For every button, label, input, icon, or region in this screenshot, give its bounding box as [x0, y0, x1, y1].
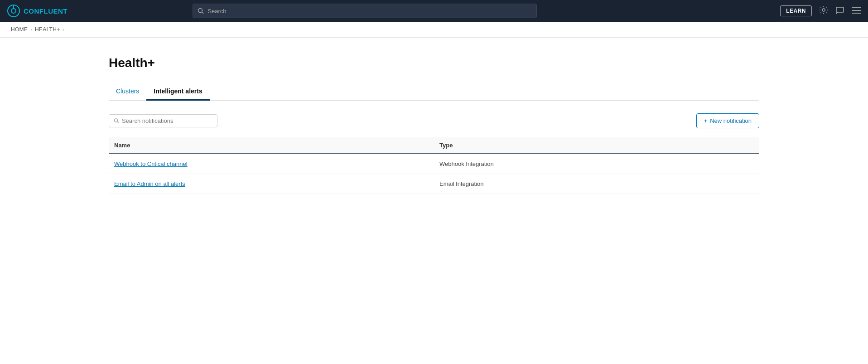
new-notification-label: New notification [710, 117, 752, 124]
breadcrumb-health-plus[interactable]: HEALTH+ [35, 26, 60, 33]
notification-link[interactable]: Webhook to Critical channel [114, 160, 188, 167]
search-placeholder-text: Search [207, 8, 226, 15]
table-row: Email to Admin on all alertsEmail Integr… [109, 174, 759, 194]
search-notifications-container[interactable] [109, 114, 217, 127]
toolbar: + New notification [109, 113, 759, 128]
learn-button[interactable]: LEARN [780, 5, 812, 16]
tabs-container: Clusters Intelligent alerts [109, 83, 759, 101]
top-nav: CONFLUENT Search LEARN [0, 0, 868, 22]
breadcrumb: HOME › HEALTH+ › [0, 22, 868, 38]
logo-text: CONFLUENT [24, 7, 68, 15]
search-notifications-input[interactable] [122, 117, 212, 124]
main-content: Health+ Clusters Intelligent alerts + Ne… [0, 38, 868, 212]
table-header-row: Name Type [109, 137, 759, 154]
svg-point-3 [198, 9, 203, 13]
breadcrumb-sep-1: › [30, 27, 32, 32]
new-notification-button[interactable]: + New notification [696, 113, 759, 128]
breadcrumb-home[interactable]: HOME [11, 26, 28, 33]
global-search-bar[interactable]: Search [193, 4, 537, 18]
cell-name: Email to Admin on all alerts [109, 174, 434, 194]
column-header-name: Name [109, 137, 434, 154]
breadcrumb-sep-2: › [63, 27, 64, 32]
menu-icon[interactable] [852, 6, 861, 16]
search-notifications-icon [114, 118, 119, 124]
cell-type: Email Integration [434, 174, 759, 194]
svg-point-1 [11, 9, 16, 13]
notifications-table: Name Type Webhook to Critical channelWeb… [109, 137, 759, 194]
settings-icon[interactable] [819, 5, 828, 17]
messages-icon[interactable] [835, 5, 844, 17]
svg-point-9 [114, 119, 117, 122]
notification-link[interactable]: Email to Admin on all alerts [114, 180, 185, 187]
search-icon [198, 8, 204, 14]
svg-point-5 [822, 9, 825, 11]
table-row: Webhook to Critical channelWebhook Integ… [109, 154, 759, 174]
logo[interactable]: CONFLUENT [7, 5, 68, 17]
cell-name: Webhook to Critical channel [109, 154, 434, 174]
plus-icon: + [704, 117, 708, 124]
confluent-logo-icon [7, 5, 20, 17]
cell-type: Webhook Integration [434, 154, 759, 174]
column-header-type: Type [434, 137, 759, 154]
svg-line-4 [202, 12, 204, 14]
global-search-container: Search [193, 4, 537, 18]
page-title: Health+ [109, 56, 759, 70]
tab-clusters[interactable]: Clusters [109, 83, 146, 101]
nav-actions: LEARN [780, 5, 861, 17]
tab-intelligent-alerts[interactable]: Intelligent alerts [146, 83, 209, 101]
svg-line-10 [117, 122, 119, 123]
